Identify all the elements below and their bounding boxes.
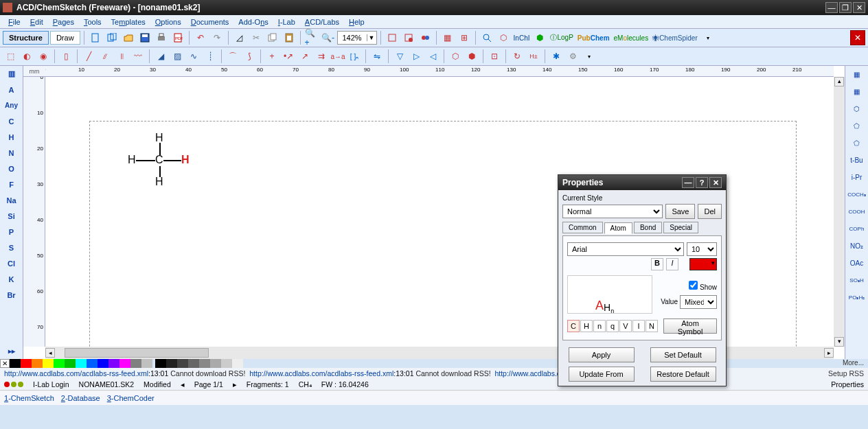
sym-H[interactable]: H [580, 320, 593, 332]
nav-prev-icon[interactable]: ◂ [181, 380, 185, 389]
dialog-minimize-icon[interactable]: — [682, 177, 694, 188]
rpal-so3h[interactable]: SO₃H [845, 272, 868, 289]
pdf-icon[interactable]: PDF [170, 30, 185, 45]
periodic-icon[interactable]: ⊞ [457, 30, 472, 45]
value-select[interactable]: Mixed [680, 295, 717, 309]
new-icon[interactable] [88, 30, 103, 45]
print-icon[interactable] [154, 30, 169, 45]
radical-icon[interactable]: •↗ [281, 49, 296, 64]
add-h-icon[interactable]: H± [526, 49, 541, 64]
bond[interactable] [136, 160, 155, 161]
ilab-login[interactable]: I-Lab Login [33, 380, 69, 389]
save-icon[interactable] [137, 30, 152, 45]
restore-default-button[interactable]: Restore Default [650, 367, 716, 382]
dropdown-icon[interactable]: ▾ [700, 30, 716, 45]
color-swatch[interactable] [689, 258, 717, 270]
logp-link[interactable]: ⒾLogP [549, 33, 574, 43]
style-select[interactable]: Normal [562, 205, 663, 218]
rpal-po3h2[interactable]: PO₃H₂ [845, 289, 868, 306]
gray-swatch[interactable] [199, 359, 210, 368]
redo-icon[interactable]: ↷ [209, 30, 225, 45]
palette-C[interactable]: C [0, 113, 23, 129]
gray-swatch[interactable] [188, 359, 199, 368]
sym-N[interactable]: N [646, 320, 658, 332]
palette-Cl[interactable]: Cl [0, 255, 23, 271]
sym-V[interactable]: V [619, 320, 632, 332]
palette-N[interactable]: N [0, 145, 23, 161]
rpal-coch3[interactable]: COCH₃ [845, 186, 868, 203]
atom-sub-icon[interactable]: a→a [330, 49, 345, 64]
menu-acdlabs[interactable]: ACD/Labs [301, 16, 343, 27]
color-swatch[interactable] [43, 359, 54, 368]
angle-tool-3[interactable]: ◁ [425, 49, 440, 64]
rect-select-icon[interactable]: ▯ [58, 49, 73, 64]
menu-addons[interactable]: Add-Ons [234, 16, 272, 27]
fragment-icon[interactable]: ✱ [549, 49, 564, 64]
bracket-icon[interactable]: [ ]ₙ [347, 49, 362, 64]
atom-carbon[interactable]: C [155, 154, 163, 166]
bond-double-icon[interactable]: ⫽ [98, 49, 113, 64]
rss-link[interactable]: http://www.acdlabs.com/acdlabs-rss-feed.… [4, 369, 148, 378]
gray-swatch[interactable] [232, 359, 243, 368]
table-icon[interactable]: ▦ [440, 30, 455, 45]
palette-K[interactable]: K [0, 271, 23, 287]
rpal-ipr[interactable]: i-Pr [845, 169, 868, 186]
mapping-icon[interactable]: ⇉ [314, 49, 329, 64]
mode-draw[interactable]: Draw [50, 31, 80, 45]
minimize-button[interactable]: — [825, 2, 838, 13]
scroll-thumb[interactable] [65, 348, 209, 358]
copy-icon[interactable] [265, 30, 280, 45]
select-lasso-icon[interactable]: ⬚ [3, 49, 18, 64]
rss-link[interactable]: http://www.acdlabs.com/acdlabs-rss-feed.… [249, 369, 393, 378]
palette-A[interactable]: A [0, 82, 23, 97]
refresh-3d-icon[interactable]: ↻ [510, 49, 525, 64]
zoom-combo[interactable]: ▼ [337, 31, 377, 45]
tab-special[interactable]: Special [663, 222, 698, 233]
scrollbar-vertical[interactable]: ▴ ▾ [834, 77, 845, 347]
palette-S[interactable]: S [0, 240, 23, 255]
color-swatch[interactable] [76, 359, 87, 368]
tool-icon-3[interactable] [418, 30, 433, 45]
close-doc-icon[interactable]: ✕ [850, 30, 865, 45]
gray-swatch[interactable] [177, 359, 188, 368]
sym-q[interactable]: q [606, 320, 619, 332]
update-from-button[interactable]: Update From [569, 367, 635, 382]
mode-structure[interactable]: Structure [3, 31, 49, 45]
tab-chemsketch[interactable]: 1-ChemSketch [4, 394, 54, 402]
palette-Si[interactable]: Si [0, 208, 23, 224]
zoom-in-icon[interactable]: 🔍+ [304, 30, 319, 45]
atom-hydrogen[interactable]: H [128, 154, 136, 166]
new-template-icon[interactable] [104, 30, 119, 45]
gray-swatch[interactable] [221, 359, 232, 368]
palette-O[interactable]: O [0, 161, 23, 176]
scroll-right-icon[interactable]: ▸ [824, 348, 834, 358]
save-style-button[interactable]: Save [665, 204, 695, 219]
rpal-benzene-icon[interactable]: ⬡ [845, 100, 868, 117]
tool-icon-2[interactable] [401, 30, 416, 45]
close-button[interactable]: ✕ [853, 2, 865, 13]
color-swatch[interactable] [65, 359, 76, 368]
nav-next-icon[interactable]: ▸ [233, 380, 237, 389]
menu-edit[interactable]: Edit [26, 16, 47, 27]
palette-Na[interactable]: Na [0, 192, 23, 208]
paste-icon[interactable] [282, 30, 297, 45]
angle-tool-2[interactable]: ▷ [409, 49, 424, 64]
menu-options[interactable]: Options [151, 16, 185, 27]
maximize-button[interactable]: ❐ [839, 2, 852, 13]
menu-tools[interactable]: Tools [80, 16, 106, 27]
palette-F[interactable]: F [0, 176, 23, 192]
gray-swatch[interactable] [155, 359, 166, 368]
scroll-up-icon[interactable]: ▴ [834, 77, 844, 86]
rpal-tbu[interactable]: t-Bu [845, 152, 868, 169]
palette-H[interactable]: H [0, 129, 23, 145]
dialog-close-icon[interactable]: ✕ [709, 177, 722, 188]
atom-hydrogen-selected[interactable]: H [181, 154, 190, 166]
color-swatch[interactable] [108, 359, 119, 368]
ring-tool-1[interactable]: ⬡ [448, 49, 463, 64]
color-swatch[interactable] [87, 359, 98, 368]
search-structure-icon[interactable] [479, 30, 494, 45]
curve-icon[interactable]: ⟆ [242, 49, 257, 64]
atom-symbol-button[interactable]: Atom Symbol [663, 318, 717, 334]
charge-plus-icon[interactable]: + [264, 49, 279, 64]
color-swatch[interactable] [141, 359, 152, 368]
